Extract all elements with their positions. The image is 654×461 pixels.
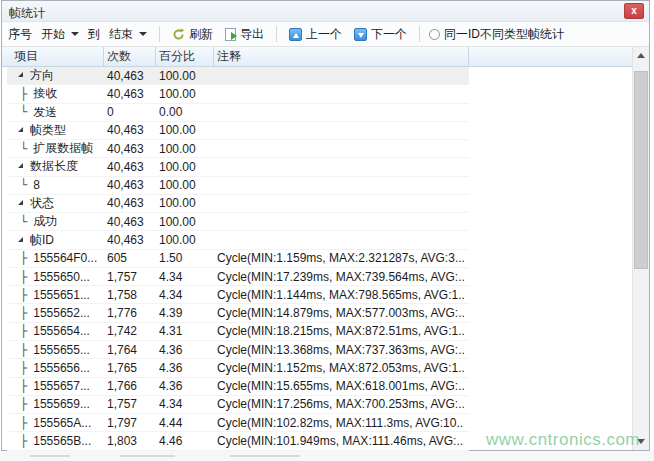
row-item-label: 方向 <box>30 67 54 84</box>
refresh-icon <box>172 28 185 41</box>
frame-statistics-window: 帧统计 x 序号 开始 到 结束 刷新 导出 上一个 <box>1 0 650 451</box>
previous-button[interactable]: 上一个 <box>286 24 345 45</box>
column-header-count[interactable]: 次数 <box>104 47 156 66</box>
row-percent-value: 4.34 <box>156 397 214 411</box>
table-row[interactable]: └ 成功 40,463 100.00 <box>7 213 469 231</box>
start-dropdown-label: 开始 <box>41 26 65 43</box>
start-dropdown[interactable]: 开始 <box>38 24 82 45</box>
export-button[interactable]: 导出 <box>222 24 267 45</box>
row-percent-value: 100.00 <box>156 160 214 174</box>
column-header-filler <box>469 47 632 66</box>
table-row[interactable]: 数据长度 40,463 100.00 <box>7 158 469 176</box>
row-percent-value: 100.00 <box>156 69 214 83</box>
table-row[interactable]: └ 扩展数据帧 40,463 100.00 <box>7 140 469 158</box>
row-percent-value: 100.00 <box>156 196 214 210</box>
row-count-value: 40,463 <box>104 178 156 192</box>
same-id-type-radio-label: 同一ID不同类型帧统计 <box>444 26 564 43</box>
tree-connector-icon: ├ <box>20 252 27 264</box>
tree-connector-icon: ├ <box>20 362 27 374</box>
table-row[interactable]: ├ 155564F0... 605 1.50 Cycle(MIN:1.159ms… <box>7 250 469 268</box>
row-count-value: 1,742 <box>104 324 156 338</box>
row-note-value: Cycle(MIN:1.144ms, MAX:798.565ms, AVG:1.… <box>214 288 464 302</box>
table-row[interactable]: └ 8 40,463 100.00 <box>7 177 469 195</box>
row-percent-value: 4.36 <box>156 379 214 393</box>
column-header-item[interactable]: 项目 <box>2 47 104 66</box>
tree-connector-icon: ├ <box>20 380 27 392</box>
table-row[interactable]: ├ 接收 40,463 100.00 <box>7 85 469 103</box>
close-button[interactable]: x <box>624 3 644 19</box>
row-item-label: 扩展数据帧 <box>33 140 93 157</box>
background-strip <box>0 451 654 461</box>
expanded-triangle-icon <box>18 163 23 168</box>
table-row[interactable]: 方向 40,463 100.00 <box>7 67 469 85</box>
row-item-label: 1555651... <box>33 288 90 302</box>
scrollbar-up-button[interactable] <box>633 47 649 64</box>
table-row[interactable]: 帧ID 40,463 100.00 <box>7 231 469 249</box>
row-count-value: 1,797 <box>104 416 156 430</box>
row-count-value: 605 <box>104 251 156 265</box>
row-percent-value: 4.34 <box>156 270 214 284</box>
row-percent-value: 4.34 <box>156 288 214 302</box>
radio-circle-icon <box>429 29 440 40</box>
table-row[interactable]: └ 发送 0 0.00 <box>7 104 469 122</box>
row-note-value: Cycle(MIN:1.159ms, MAX:2.321287s, AVG:3.… <box>214 251 464 265</box>
row-note-value: Cycle(MIN:101.949ms, MAX:111.46ms, AVG:.… <box>214 434 464 448</box>
same-id-type-radio[interactable]: 同一ID不同类型帧统计 <box>429 26 564 43</box>
column-header-percent[interactable]: 百分比 <box>156 47 214 66</box>
row-item-label: 1555656... <box>33 361 90 375</box>
table-row[interactable]: ├ 1555654... 1,742 4.31 Cycle(MIN:18.215… <box>7 323 469 341</box>
row-note-value: Cycle(MIN:15.655ms, MAX:618.001ms, AVG:.… <box>214 379 464 393</box>
table-row[interactable]: ├ 155565A... 1,797 4.44 Cycle(MIN:102.82… <box>7 414 469 432</box>
table-body: 方向 40,463 100.00 ├ 接收 40,463 100.00 └ 发送… <box>7 67 469 451</box>
row-count-value: 40,463 <box>104 87 156 101</box>
row-count-value: 40,463 <box>104 233 156 247</box>
toolbar: 序号 开始 到 结束 刷新 导出 上一个 下一个 <box>2 22 649 47</box>
chevron-down-icon <box>71 32 79 36</box>
next-button-label: 下一个 <box>371 26 407 43</box>
row-percent-value: 100.00 <box>156 142 214 156</box>
row-item-label: 1555650... <box>33 270 90 284</box>
row-percent-value: 100.00 <box>156 87 214 101</box>
expanded-triangle-icon <box>18 237 23 242</box>
previous-arrow-icon <box>289 28 302 41</box>
row-item-label: 155564F0... <box>33 251 97 265</box>
row-note-value: Cycle(MIN:102.82ms, MAX:111.3ms, AVG:10.… <box>214 416 464 430</box>
table-row[interactable]: 帧类型 40,463 100.00 <box>7 122 469 140</box>
tree-connector-icon: ├ <box>20 88 27 100</box>
row-item-label: 155565A... <box>33 416 91 430</box>
watermark-text: www.cntronics.com <box>486 430 640 450</box>
table-header: 项目 次数 百分比 注释 <box>2 47 632 67</box>
row-percent-value: 100.00 <box>156 233 214 247</box>
row-count-value: 40,463 <box>104 142 156 156</box>
row-percent-value: 100.00 <box>156 178 214 192</box>
vertical-scrollbar[interactable] <box>632 47 649 450</box>
tree-connector-icon: ├ <box>20 417 27 429</box>
row-count-value: 40,463 <box>104 123 156 137</box>
row-percent-value: 4.39 <box>156 306 214 320</box>
table-row[interactable]: ├ 155565B... 1,803 4.46 Cycle(MIN:101.94… <box>7 432 469 450</box>
row-count-value: 1,758 <box>104 288 156 302</box>
table-row[interactable]: ├ 1555655... 1,764 4.36 Cycle(MIN:13.368… <box>7 341 469 359</box>
table-row[interactable]: ├ 1555651... 1,758 4.34 Cycle(MIN:1.144m… <box>7 286 469 304</box>
row-count-value: 1,765 <box>104 361 156 375</box>
table-row[interactable]: ├ 1555659... 1,757 4.34 Cycle(MIN:17.256… <box>7 396 469 414</box>
row-item-label: 数据长度 <box>30 158 78 175</box>
column-header-note[interactable]: 注释 <box>214 47 469 66</box>
row-count-value: 40,463 <box>104 196 156 210</box>
refresh-button[interactable]: 刷新 <box>169 24 216 45</box>
row-count-value: 1,803 <box>104 434 156 448</box>
scrollbar-thumb[interactable] <box>634 71 648 269</box>
table-row[interactable]: ├ 1555650... 1,757 4.34 Cycle(MIN:17.239… <box>7 268 469 286</box>
window-title: 帧统计 <box>9 5 45 22</box>
tree-connector-icon: └ <box>20 216 27 228</box>
table-row[interactable]: 状态 40,463 100.00 <box>7 195 469 213</box>
tree-connector-icon: ├ <box>20 307 27 319</box>
chevron-down-icon <box>139 32 147 36</box>
row-count-value: 40,463 <box>104 160 156 174</box>
end-dropdown[interactable]: 结束 <box>106 24 150 45</box>
table-row[interactable]: ├ 1555656... 1,765 4.36 Cycle(MIN:1.152m… <box>7 359 469 377</box>
table-row[interactable]: ├ 1555657... 1,766 4.36 Cycle(MIN:15.655… <box>7 378 469 396</box>
next-button[interactable]: 下一个 <box>351 24 410 45</box>
row-item-label: 1555659... <box>33 397 90 411</box>
table-row[interactable]: ├ 1555652... 1,776 4.39 Cycle(MIN:14.879… <box>7 304 469 322</box>
